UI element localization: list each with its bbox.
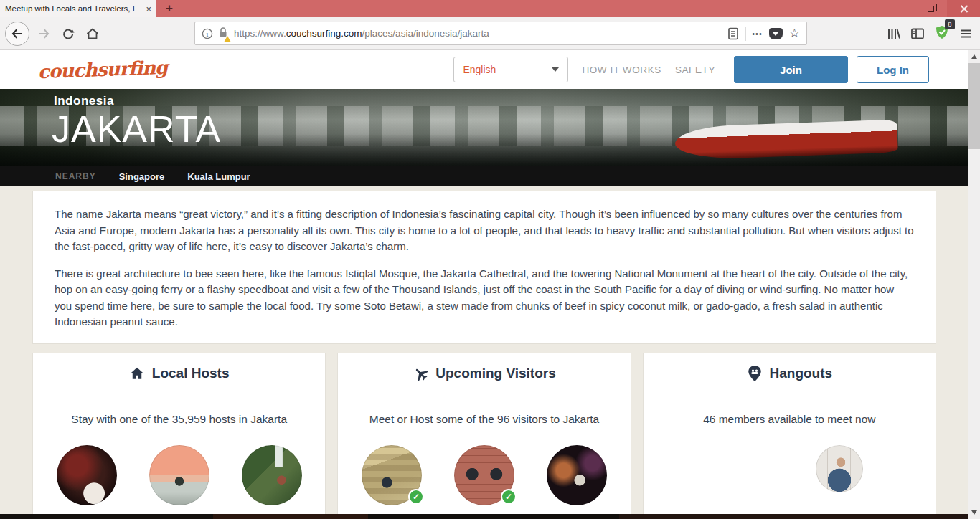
card-header: Hangouts [644,353,936,394]
home-button[interactable] [83,24,103,44]
language-select[interactable]: English [453,57,568,82]
minimize-icon [894,11,901,11]
card-title: Upcoming Visitors [435,366,556,381]
hangouts-card: Hangouts 46 members available to meet no… [643,353,936,515]
scroll-up-icon[interactable] [971,54,977,59]
site-header: couchsurfing English HOW IT WORKS SAFETY… [0,50,980,89]
home-icon [85,27,100,41]
scrollbar-thumb[interactable] [968,63,980,149]
next-section-edge [0,514,968,519]
upcoming-visitors-card: Upcoming Visitors Meet or Host some of t… [337,353,631,515]
window-restore-button[interactable] [914,0,947,17]
avatar-row: ✓ ✓ [338,445,630,505]
svg-text:i: i [207,30,209,37]
visitor-avatar[interactable]: ✓ [454,445,514,505]
window-minimize-button[interactable] [881,0,914,17]
host-avatar[interactable] [242,445,302,505]
reader-mode-icon[interactable] [727,27,740,41]
reload-icon [61,27,75,41]
nearby-link-kuala-lumpur[interactable]: Kuala Lumpur [187,171,250,182]
hangouts-pin-icon [747,365,763,382]
mixed-content-lock-icon[interactable] [218,27,228,41]
browser-toolbar: i https://www.couchsurfing.com/places/as… [0,17,980,50]
toolbar-right: 8 [877,24,974,43]
window-controls [881,0,980,17]
city-description: The name Jakarta means “great victory,” … [32,191,936,344]
forward-button[interactable] [34,24,54,44]
hamburger-menu-icon[interactable] [958,26,974,42]
back-button[interactable] [5,22,29,46]
verified-badge-icon: ✓ [408,489,424,505]
nearby-label: NEARBY [55,171,96,181]
card-subtitle: Meet or Host some of the 96 visitors to … [338,413,630,426]
nearby-bar: NEARBY Singapore Kuala Lumpur [0,166,980,186]
titlebar: Meetup with Locals and Travelers, F × + [0,0,980,17]
local-hosts-card: Local Hosts Stay with one of the 35,959 … [32,353,326,515]
chevron-down-icon [552,67,559,72]
nav-how-it-works[interactable]: HOW IT WORKS [582,65,661,75]
bookmark-star-icon[interactable]: ☆ [789,27,800,39]
tab-title: Meetup with Locals and Travelers, F [5,4,141,13]
window-close-button[interactable] [947,0,980,17]
restore-icon [928,6,934,12]
member-avatar[interactable] [816,445,863,492]
card-subtitle: 46 members available to meet now [644,413,936,426]
header-controls: English HOW IT WORKS SAFETY Join Log In [453,56,929,83]
host-avatar[interactable] [149,445,209,505]
scroll-down-icon[interactable] [971,510,977,515]
login-button[interactable]: Log In [857,56,929,83]
avatar-row [33,445,325,505]
description-paragraph: The name Jakarta means “great victory,” … [55,206,914,255]
avatar-row [644,445,936,492]
tab-close-icon[interactable]: × [146,4,151,14]
card-title: Hangouts [770,366,833,381]
nav-safety[interactable]: SAFETY [675,65,715,75]
reload-button[interactable] [58,24,78,44]
pocket-icon[interactable] [769,28,783,39]
url-bar[interactable]: i https://www.couchsurfing.com/places/as… [194,22,807,45]
card-subtitle: Stay with one of the 35,959 hosts in Jak… [33,413,325,426]
page-title: JAKARTA [52,108,221,151]
hero-country: Indonesia [54,94,114,108]
library-icon[interactable] [885,26,901,42]
warning-triangle-icon [224,36,231,42]
divider [745,27,746,41]
card-header: Upcoming Visitors [338,353,630,394]
page-actions-icon[interactable]: ••• [752,29,763,38]
browser-tab[interactable]: Meetup with Locals and Travelers, F × [0,0,156,17]
verified-badge-icon: ✓ [501,489,517,505]
join-button[interactable]: Join [734,56,848,83]
nearby-link-singapore[interactable]: Singapore [119,171,165,182]
back-arrow-icon [10,27,24,41]
plane-icon [410,362,432,384]
couchsurfing-logo[interactable]: couchsurfing [38,57,168,82]
url-text[interactable]: https://www.couchsurfing.com/places/asia… [234,28,727,39]
shield-badge: 8 [945,19,955,29]
browser-window: Meetup with Locals and Travelers, F × + … [0,0,980,519]
close-icon [960,5,968,13]
vertical-scrollbar[interactable] [968,50,980,519]
card-title: Local Hosts [152,366,230,381]
page-info-icon[interactable]: i [202,28,213,39]
host-avatar[interactable] [57,445,117,505]
forward-arrow-icon [37,27,51,41]
visitor-avatar[interactable]: ✓ [362,445,422,505]
new-tab-button[interactable]: + [156,0,182,17]
hero-banner: Indonesia JAKARTA [0,89,980,166]
description-paragraph: There is great architecture to bee seen … [55,266,914,330]
sidebar-icon[interactable] [910,26,925,42]
protection-shield-icon[interactable]: 8 [934,24,950,43]
home-icon [129,366,145,381]
visitor-avatar[interactable] [547,445,607,505]
card-header: Local Hosts [33,353,325,394]
feature-cards: Local Hosts Stay with one of the 35,959 … [32,353,936,515]
